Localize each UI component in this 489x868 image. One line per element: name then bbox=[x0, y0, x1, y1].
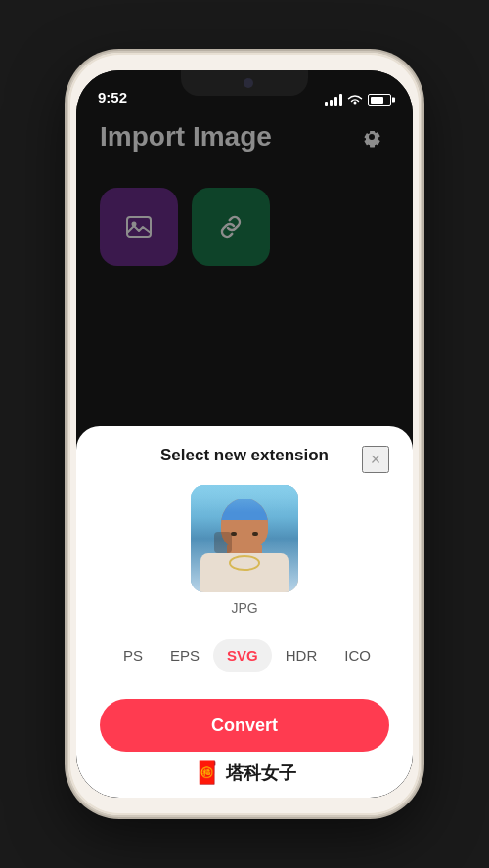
image-preview-area: JPG bbox=[100, 485, 389, 616]
extensions-row: PS EPS SVG HDR ICO bbox=[100, 639, 389, 672]
signal-icon bbox=[325, 94, 342, 106]
portrait bbox=[191, 485, 298, 592]
phone-screen: 9:52 bbox=[76, 70, 413, 798]
ext-hdr-option[interactable]: HDR bbox=[272, 639, 332, 672]
watermark: 🧧 塔科女子 bbox=[76, 760, 413, 786]
ext-ico-option[interactable]: ICO bbox=[331, 639, 384, 672]
modal-close-button[interactable]: × bbox=[362, 446, 389, 473]
extension-modal: Select new extension × bbox=[76, 426, 413, 798]
status-icons bbox=[325, 94, 391, 106]
battery-icon bbox=[368, 94, 391, 106]
watermark-icon: 🧧 bbox=[194, 760, 220, 786]
ext-svg-option[interactable]: SVG bbox=[213, 639, 272, 672]
modal-header: Select new extension × bbox=[100, 446, 389, 465]
convert-button[interactable]: Convert bbox=[100, 699, 389, 752]
ext-ps-option[interactable]: PS bbox=[110, 639, 156, 672]
ext-eps-option[interactable]: EPS bbox=[156, 639, 213, 672]
watermark-text: 塔科女子 bbox=[226, 761, 296, 785]
notch bbox=[181, 70, 308, 96]
image-preview bbox=[191, 485, 298, 592]
modal-title: Select new extension bbox=[160, 446, 329, 465]
camera-dot bbox=[244, 78, 253, 88]
phone-frame: 9:52 bbox=[68, 53, 421, 815]
wifi-icon bbox=[347, 94, 363, 106]
status-time: 9:52 bbox=[98, 89, 127, 106]
phone-wrapper: 9:52 bbox=[0, 0, 489, 868]
image-format-label: JPG bbox=[231, 600, 257, 616]
